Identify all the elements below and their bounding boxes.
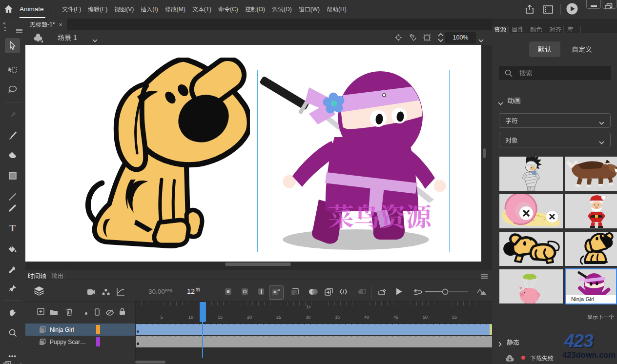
- svg-text:A: A: [278, 288, 281, 292]
